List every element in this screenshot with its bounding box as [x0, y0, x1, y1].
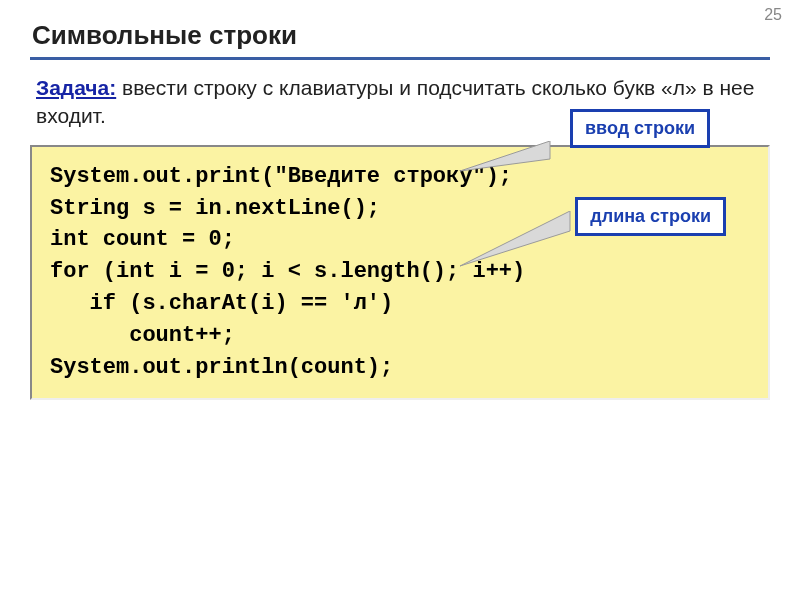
code-line-6: count++; — [50, 323, 235, 348]
callout-length: длина строки — [575, 197, 726, 236]
task-label: Задача: — [36, 76, 116, 99]
callout-input-pointer — [460, 141, 560, 181]
callout-length-pointer — [460, 211, 580, 271]
page-number: 25 — [764, 6, 782, 24]
svg-marker-1 — [460, 211, 570, 266]
code-box: System.out.print("Введите строку"); Stri… — [30, 145, 770, 400]
code-line-1: System.out.print("Введите строку"); — [50, 164, 512, 189]
code-line-2: String s = in.nextLine(); — [50, 196, 380, 221]
code-line-3: int count = 0; — [50, 227, 235, 252]
slide-title: Символьные строки — [32, 20, 770, 51]
title-underline — [30, 57, 770, 60]
svg-marker-0 — [460, 141, 550, 171]
slide-content: 25 Символьные строки Задача: ввести стро… — [0, 0, 800, 600]
code-area: ввод строки длина строки System.out.prin… — [30, 145, 770, 400]
code-line-5: if (s.charAt(i) == 'л') — [50, 291, 393, 316]
callout-input: ввод строки — [570, 109, 710, 148]
code-line-7: System.out.println(count); — [50, 355, 393, 380]
code-line-4: for (int i = 0; i < s.length(); i++) — [50, 259, 525, 284]
